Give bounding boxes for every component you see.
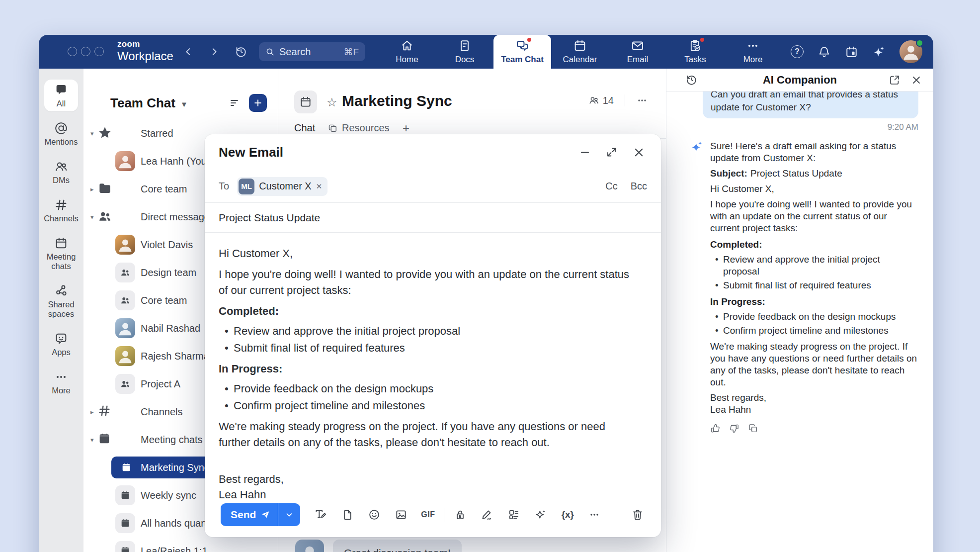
search-icon: [265, 47, 275, 57]
response-subject: Subject:Project Status Update: [710, 168, 918, 180]
subject-field[interactable]: Project Status Update: [205, 203, 661, 233]
list-item: Confirm project timeline and milestones: [219, 398, 639, 414]
copy-icon[interactable]: [748, 423, 758, 434]
filter-icon[interactable]: [229, 97, 241, 109]
ai-compose-sparkle-icon[interactable]: [527, 504, 554, 526]
window-controls[interactable]: [68, 47, 104, 56]
caret-right-icon[interactable]: ▸: [90, 408, 94, 416]
in-progress-list: Provide feedback on the design mockups C…: [219, 381, 639, 414]
caret-down-icon[interactable]: ▾: [90, 130, 94, 137]
sidebar-item-lea-rajesh[interactable]: Lea/Rajesh 1:1: [83, 540, 278, 552]
template-icon[interactable]: [500, 504, 527, 526]
cc-button[interactable]: Cc: [605, 181, 617, 192]
caret-down-icon[interactable]: ▾: [90, 436, 94, 444]
send-options-chevron[interactable]: [278, 503, 300, 526]
list-item: Provide feedback on the design mockups: [710, 311, 918, 323]
thumbs-up-icon[interactable]: [710, 423, 721, 434]
send-button[interactable]: Send: [221, 503, 300, 526]
team-chat-badge: [526, 37, 532, 43]
traffic-light-close-icon[interactable]: [68, 47, 77, 56]
caret-right-icon[interactable]: ▸: [90, 185, 94, 193]
signature-icon[interactable]: [474, 504, 500, 526]
nav-tab-calendar[interactable]: Calendar: [551, 35, 609, 69]
chat-filled-icon: [54, 83, 68, 97]
divider: [625, 94, 625, 106]
meeting-calendar-icon: [116, 458, 136, 477]
list-item: Review and approve the initial project p…: [710, 254, 918, 277]
recipient-chip[interactable]: ML Customer X ✕: [237, 177, 327, 196]
encrypt-lock-icon[interactable]: [447, 504, 474, 526]
tab-chat[interactable]: Chat: [294, 122, 315, 134]
traffic-light-zoom-icon[interactable]: [94, 47, 104, 56]
in-progress-list: Provide feedback on the design mockups C…: [710, 311, 918, 337]
channel-more-icon[interactable]: [636, 94, 648, 106]
response-closing: We're making steady progress on the proj…: [710, 341, 918, 388]
email-body-editor[interactable]: Hi Customer X, I hope you're doing well!…: [205, 233, 661, 502]
nav-tab-home[interactable]: Home: [378, 35, 436, 69]
rail-item-shared-spaces[interactable]: Shared spaces: [39, 284, 83, 319]
expand-icon[interactable]: [606, 146, 618, 158]
hash-icon: [54, 198, 68, 212]
remove-recipient-icon[interactable]: ✕: [316, 182, 323, 191]
attach-file-icon[interactable]: [334, 504, 361, 526]
team-chat-icon: [515, 39, 529, 53]
search-placeholder: Search: [279, 46, 311, 58]
nav-tab-email[interactable]: Email: [609, 35, 666, 69]
close-icon[interactable]: [910, 74, 922, 86]
forward-button[interactable]: [209, 46, 220, 57]
nav-tab-docs[interactable]: Docs: [436, 35, 493, 69]
add-tab-icon[interactable]: +: [403, 121, 409, 135]
group-icon: [115, 374, 135, 394]
member-count[interactable]: 14: [588, 95, 614, 106]
rail-item-more[interactable]: More: [52, 370, 71, 395]
panel-title[interactable]: Team Chat ▼: [110, 95, 188, 111]
back-button[interactable]: [183, 46, 194, 57]
help-icon[interactable]: ?: [791, 45, 804, 58]
calendar-icon: [54, 236, 68, 250]
rail-item-mentions[interactable]: Mentions: [45, 121, 78, 147]
at-icon: [54, 121, 68, 135]
response-greeting: Hi Customer X,: [710, 183, 918, 195]
toolbar-more-icon[interactable]: [581, 504, 608, 526]
close-icon[interactable]: [633, 146, 645, 159]
completed-list: Review and approve the initial project p…: [219, 323, 639, 356]
nav-tab-more[interactable]: More: [724, 35, 782, 69]
open-external-icon[interactable]: [889, 74, 900, 86]
rail-item-meeting-chats[interactable]: Meeting chats: [39, 236, 83, 271]
bcc-button[interactable]: Bcc: [631, 181, 647, 192]
rail-item-channels[interactable]: Channels: [44, 198, 79, 223]
nav-tab-team-chat[interactable]: Team Chat: [493, 35, 551, 69]
new-email-modal: New Email To ML Customer X ✕ Cc Bcc: [205, 134, 661, 537]
ai-response: Sure! Here's a draft email asking for a …: [710, 140, 918, 434]
favorite-star-icon[interactable]: ☆: [327, 95, 337, 109]
ai-conversation: Can you draft an email that provides a s…: [666, 92, 933, 552]
avatar: [115, 151, 135, 171]
history-icon[interactable]: [235, 45, 247, 58]
gif-icon[interactable]: GIF: [414, 504, 441, 526]
image-icon[interactable]: [388, 504, 414, 526]
search-input[interactable]: Search ⌘F: [259, 42, 365, 61]
caret-down-icon[interactable]: ▾: [90, 213, 94, 221]
discard-trash-icon[interactable]: [624, 504, 651, 526]
timestamp: 9:20 AM: [690, 122, 918, 132]
ai-companion-sparkle-icon[interactable]: [872, 45, 886, 59]
traffic-light-minimize-icon[interactable]: [81, 47, 90, 56]
text-format-icon[interactable]: [307, 504, 334, 526]
tab-resources[interactable]: Resources: [328, 122, 390, 134]
notifications-bell-icon[interactable]: [817, 45, 831, 59]
minimize-icon[interactable]: [579, 146, 591, 158]
user-avatar[interactable]: [899, 40, 922, 63]
rail-item-apps[interactable]: Apps: [52, 332, 71, 357]
rail-item-all[interactable]: All: [44, 80, 78, 111]
emoji-icon[interactable]: [361, 504, 388, 526]
history-icon[interactable]: [685, 74, 698, 86]
nav-tab-tasks[interactable]: Tasks: [666, 35, 724, 69]
rail-item-dms[interactable]: DMs: [53, 160, 70, 185]
thumbs-down-icon[interactable]: [729, 423, 739, 434]
completed-heading: Completed:: [219, 303, 639, 319]
new-chat-button[interactable]: [249, 94, 267, 112]
response-signature: Best regards, Lea Hahn: [710, 392, 918, 416]
schedule-calendar-icon[interactable]: [845, 45, 858, 59]
variables-icon[interactable]: {x}: [554, 504, 581, 526]
message-bubble: Great discussion team!: [333, 540, 462, 552]
